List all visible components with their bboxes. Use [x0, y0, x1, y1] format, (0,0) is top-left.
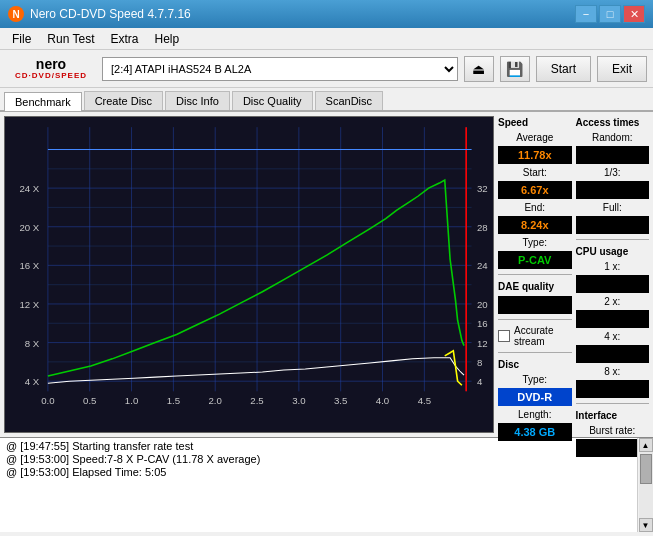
app-icon: N — [8, 6, 24, 22]
title-text: Nero CD-DVD Speed 4.7.7.16 — [30, 7, 191, 21]
divider2 — [498, 319, 572, 320]
log-line-2: @ [19:53:00] Speed:7-8 X P-CAV (11.78 X … — [6, 453, 631, 465]
title-bar-controls: − □ ✕ — [575, 5, 645, 23]
disc-length-label: Length: — [498, 409, 572, 420]
access-times-header: Access times — [576, 116, 650, 129]
svg-text:4 X: 4 X — [25, 377, 40, 388]
log-area: @ [19:47:55] Starting transfer rate test… — [0, 437, 653, 532]
svg-text:16: 16 — [477, 319, 488, 330]
minimize-button[interactable]: − — [575, 5, 597, 23]
menu-file[interactable]: File — [4, 30, 39, 48]
one-third-label: 1/3: — [576, 167, 650, 178]
tab-disc-info[interactable]: Disc Info — [165, 91, 230, 110]
chart-container: 4 X 8 X 12 X 16 X 20 X 24 X 4 8 12 16 20… — [5, 117, 493, 432]
svg-rect-0 — [5, 117, 493, 432]
avg-label: Average — [498, 132, 572, 143]
random-label: Random: — [576, 132, 650, 143]
tab-benchmark[interactable]: Benchmark — [4, 92, 82, 111]
svg-text:16 X: 16 X — [19, 261, 40, 272]
exit-button[interactable]: Exit — [597, 56, 647, 82]
nero-logo: nero CD·DVD/SPEED — [6, 53, 96, 85]
random-value — [576, 146, 650, 164]
svg-text:2.0: 2.0 — [209, 395, 222, 406]
svg-text:20: 20 — [477, 299, 488, 310]
start-button[interactable]: Start — [536, 56, 591, 82]
accurate-stream-checkbox[interactable] — [498, 330, 510, 342]
one-third-value — [576, 181, 650, 199]
cpu-1x-value — [576, 275, 650, 293]
log-row: @ [19:47:55] Starting transfer rate test… — [0, 438, 653, 532]
speed-header: Speed — [498, 116, 572, 129]
panel-columns: Speed Average 11.78x Start: 6.67x End: 8… — [498, 116, 649, 457]
close-button[interactable]: ✕ — [623, 5, 645, 23]
svg-text:3.5: 3.5 — [334, 395, 347, 406]
svg-text:1.5: 1.5 — [167, 395, 180, 406]
menu-help[interactable]: Help — [147, 30, 188, 48]
cpu-header: CPU usage — [576, 245, 650, 258]
chart-area: 4 X 8 X 12 X 16 X 20 X 24 X 4 8 12 16 20… — [4, 116, 494, 433]
scroll-thumb[interactable] — [640, 454, 652, 484]
nero-logo-text: nero — [36, 57, 66, 71]
disc-type-value: DVD-R — [498, 388, 572, 406]
scroll-track — [639, 452, 653, 518]
svg-text:8: 8 — [477, 357, 482, 368]
cpu-8x-label: 8 x: — [576, 366, 650, 377]
accurate-stream-label: Accurate stream — [514, 325, 553, 347]
scroll-down-button[interactable]: ▼ — [639, 518, 653, 532]
tab-scandisc[interactable]: ScanDisc — [315, 91, 383, 110]
accurate-stream-row: Accurate stream — [498, 325, 572, 347]
cpu-4x-label: 4 x: — [576, 331, 650, 342]
end-value: 8.24x — [498, 216, 572, 234]
interface-header: Interface — [576, 409, 650, 422]
right-panel: Speed Average 11.78x Start: 6.67x End: 8… — [498, 112, 653, 437]
svg-text:32: 32 — [477, 183, 488, 194]
menu-bar: File Run Test Extra Help — [0, 28, 653, 50]
svg-text:12 X: 12 X — [19, 299, 40, 310]
disc-type-label: Type: — [498, 374, 572, 385]
svg-text:20 X: 20 X — [19, 222, 40, 233]
start-value: 6.67x — [498, 181, 572, 199]
avg-value: 11.78x — [498, 146, 572, 164]
menu-extra[interactable]: Extra — [102, 30, 146, 48]
svg-text:4.5: 4.5 — [418, 395, 431, 406]
svg-text:24 X: 24 X — [19, 183, 40, 194]
drive-select[interactable]: [2:4] ATAPI iHAS524 B AL2A — [102, 57, 458, 81]
tabs: Benchmark Create Disc Disc Info Disc Qua… — [0, 88, 653, 112]
title-bar: N Nero CD-DVD Speed 4.7.7.16 − □ ✕ — [0, 0, 653, 28]
burst-rate-label: Burst rate: — [576, 425, 650, 436]
log-line-3: @ [19:53:00] Elapsed Time: 5:05 — [6, 466, 631, 478]
svg-text:8 X: 8 X — [25, 338, 40, 349]
svg-text:24: 24 — [477, 261, 488, 272]
dae-value — [498, 296, 572, 314]
left-col: Speed Average 11.78x Start: 6.67x End: 8… — [498, 116, 572, 457]
chart-svg: 4 X 8 X 12 X 16 X 20 X 24 X 4 8 12 16 20… — [5, 117, 493, 432]
svg-text:4.0: 4.0 — [376, 395, 389, 406]
maximize-button[interactable]: □ — [599, 5, 621, 23]
svg-text:0.0: 0.0 — [41, 395, 54, 406]
cpu-8x-value — [576, 380, 650, 398]
divider4 — [576, 239, 650, 240]
divider3 — [498, 352, 572, 353]
cpu-1x-label: 1 x: — [576, 261, 650, 272]
cpu-2x-label: 2 x: — [576, 296, 650, 307]
tab-create-disc[interactable]: Create Disc — [84, 91, 163, 110]
svg-text:4: 4 — [477, 377, 482, 388]
title-bar-left: N Nero CD-DVD Speed 4.7.7.16 — [8, 6, 191, 22]
divider1 — [498, 274, 572, 275]
scroll-up-button[interactable]: ▲ — [639, 438, 653, 452]
toolbar: nero CD·DVD/SPEED [2:4] ATAPI iHAS524 B … — [0, 50, 653, 88]
cpu-4x-value — [576, 345, 650, 363]
svg-text:0.5: 0.5 — [83, 395, 96, 406]
svg-text:28: 28 — [477, 222, 488, 233]
log-content: @ [19:47:55] Starting transfer rate test… — [0, 438, 637, 532]
tab-disc-quality[interactable]: Disc Quality — [232, 91, 313, 110]
menu-run-test[interactable]: Run Test — [39, 30, 102, 48]
divider5 — [576, 403, 650, 404]
eject-button[interactable]: ⏏ — [464, 56, 494, 82]
save-button[interactable]: 💾 — [500, 56, 530, 82]
type-label: Type: — [498, 237, 572, 248]
end-label: End: — [498, 202, 572, 213]
svg-text:12: 12 — [477, 338, 488, 349]
full-value — [576, 216, 650, 234]
svg-text:1.0: 1.0 — [125, 395, 138, 406]
